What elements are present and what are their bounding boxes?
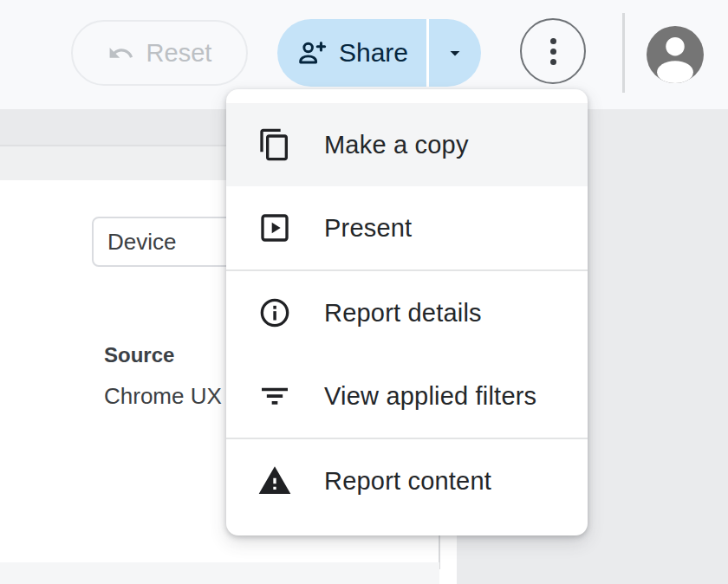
info-icon: [257, 295, 292, 330]
toolbar-divider: [622, 13, 625, 93]
device-filter-control[interactable]: Device: [92, 217, 241, 267]
menu-item-report-details[interactable]: Report details: [226, 271, 588, 354]
share-button-label: Share: [339, 38, 408, 68]
reset-button[interactable]: Reset: [71, 20, 248, 86]
more-options-button[interactable]: [520, 18, 586, 84]
menu-item-label: Report content: [324, 467, 491, 496]
source-value: Chrome UX R: [104, 383, 244, 410]
share-button[interactable]: Share: [277, 19, 426, 87]
filter-icon: [257, 379, 292, 413]
reset-button-label: Reset: [146, 39, 212, 68]
avatar[interactable]: [647, 26, 704, 83]
share-split-button[interactable]: Share: [277, 19, 481, 87]
menu-item-present[interactable]: Present: [226, 186, 588, 269]
device-filter-label: Device: [107, 229, 176, 256]
source-label: Source: [104, 343, 174, 367]
person-icon: [647, 26, 704, 83]
menu-item-label: Make a copy: [324, 131, 469, 159]
menu-item-make-a-copy[interactable]: Make a copy: [226, 103, 588, 186]
caret-down-icon: [444, 42, 466, 64]
person-add-icon: [296, 37, 328, 69]
menu-item-label: Present: [324, 214, 412, 243]
warning-icon: [257, 464, 292, 498]
menu-item-view-applied-filters[interactable]: View applied filters: [226, 354, 588, 438]
menu-item-label: View applied filters: [324, 382, 536, 411]
bottom-canvas-margin: [0, 562, 439, 584]
menu-item-label: Report details: [324, 299, 482, 328]
menu-item-report-content[interactable]: Report content: [226, 439, 588, 522]
share-dropdown-button[interactable]: [429, 19, 481, 87]
present-icon: [257, 211, 292, 245]
copy-icon: [257, 127, 292, 162]
more-options-menu: Make a copy Present Report details Vi: [226, 89, 588, 535]
undo-icon: [107, 40, 134, 67]
three-dot-menu-icon: [550, 38, 556, 65]
